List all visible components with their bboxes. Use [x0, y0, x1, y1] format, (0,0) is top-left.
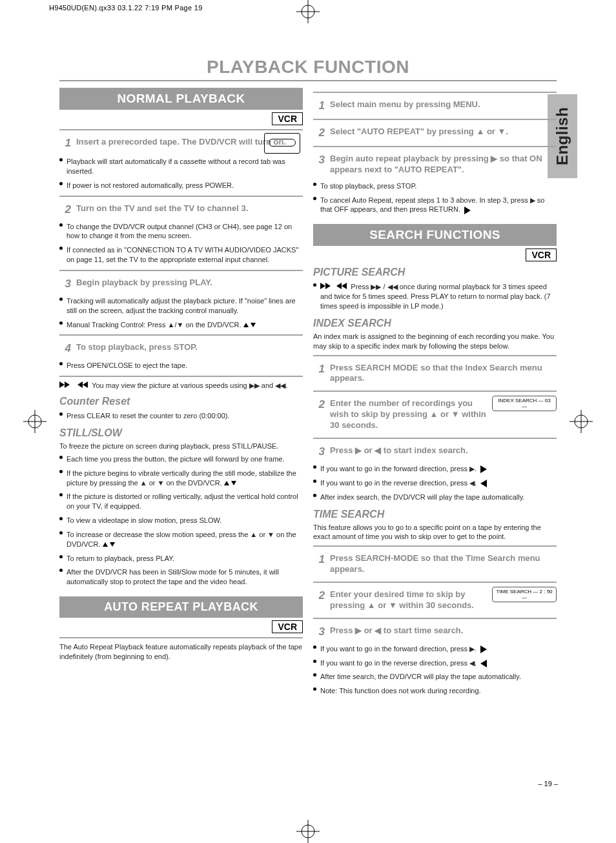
body-text: If you want to go in the reverse directi…	[320, 478, 487, 488]
vcr-badge: VCR	[526, 249, 557, 261]
body-text: To return to playback, press PLAY.	[67, 554, 174, 564]
subhead-time-search: TIME SEARCH	[313, 509, 557, 520]
subhead-counter-reset: Counter Reset	[59, 396, 303, 407]
bullet-icon	[59, 321, 63, 325]
body-text: An index mark is assigned to the beginni…	[313, 332, 557, 351]
registration-mark-right	[570, 410, 593, 433]
body-text: The Auto Repeat Playback feature automat…	[59, 642, 303, 662]
step-text: Select "AUTO REPEAT" by pressing ▲ or ▼.	[330, 127, 557, 137]
page-root: H9450UD(EN).qx33 03.1.22 7:19 PM Page 19…	[0, 0, 616, 843]
up-arrow-icon	[224, 481, 229, 485]
play-left-icon	[480, 660, 487, 667]
step-text: Press ▶ or ◀ to start time search.	[330, 625, 557, 636]
bullet-icon	[313, 183, 316, 186]
up-arrow-icon	[103, 542, 108, 547]
step-text: Begin playback by pressing PLAY.	[76, 278, 303, 289]
bullet-icon	[59, 555, 63, 558]
banner-normal-playback: NORMAL PLAYBACK	[59, 88, 303, 110]
registration-mark-top	[296, 0, 320, 23]
step-text: Enter the number of recordings you wish …	[330, 398, 487, 431]
body-text: You may view the picture at various spee…	[59, 381, 303, 391]
bullet-icon	[59, 569, 63, 572]
bullet-icon	[59, 517, 63, 520]
fast-forward-icon	[320, 282, 331, 292]
body-text: To stop playback, press STOP.	[320, 181, 416, 191]
body-text: If power is not restored automatically, …	[67, 181, 234, 190]
step-text: Press SEARCH-MODE so that the Time Searc…	[330, 553, 557, 575]
body-text: To freeze the picture on screen during p…	[59, 442, 303, 451]
step-number: 4	[59, 342, 71, 355]
bullet-icon	[313, 465, 316, 469]
step-text: Press SEARCH MODE so that the Index Sear…	[330, 363, 557, 385]
body-text: Playback will start automatically if a c…	[67, 157, 303, 176]
rewind-icon	[77, 381, 88, 391]
body-text: If you want to go in the reverse directi…	[320, 658, 487, 668]
content-area: PLAYBACK FUNCTION NORMAL PLAYBACK VCR 1 …	[59, 57, 557, 699]
down-arrow-icon	[251, 323, 256, 327]
body-text: After time search, the DVD/VCR will play…	[320, 672, 521, 682]
body-text: To change the DVD/VCR output channel (CH…	[67, 222, 303, 241]
body-text: If you want to go in the forward directi…	[320, 464, 487, 474]
bullet-icon	[313, 283, 316, 287]
body-text: To view a videotape in slow motion, pres…	[67, 516, 221, 525]
step-number: 1	[59, 137, 71, 150]
down-arrow-icon	[110, 542, 115, 547]
bullet-icon	[59, 531, 63, 534]
bullet-icon	[59, 470, 63, 473]
body-text: Each time you press the button, the pict…	[67, 454, 285, 464]
bullet-icon	[313, 197, 316, 200]
bullet-icon	[59, 362, 63, 365]
play-right-icon	[480, 465, 487, 473]
right-column: 1 Select main menu by pressing MENU. 2 S…	[313, 88, 557, 699]
banner-auto-repeat: AUTO REPEAT PLAYBACK	[59, 596, 303, 618]
subhead-picture-search: PICTURE SEARCH	[313, 267, 557, 278]
bullet-icon	[313, 645, 316, 649]
body-text: To cancel Auto Repeat, repeat steps 1 to…	[320, 196, 557, 215]
left-column: NORMAL PLAYBACK VCR 1 Insert a prerecord…	[59, 88, 303, 699]
bullet-icon	[59, 298, 63, 301]
play-right-icon	[480, 645, 487, 653]
step-number: 1	[313, 553, 325, 566]
step-text: Select main menu by pressing MENU.	[330, 99, 557, 110]
step-number: 3	[313, 625, 325, 638]
banner-search-functions: SEARCH FUNCTIONS	[313, 224, 557, 246]
body-text: Manual Tracking Control: Press ▲/▼ on th…	[67, 320, 256, 330]
page-number: – 19 –	[538, 780, 558, 787]
subhead-index-search: INDEX SEARCH	[313, 318, 557, 329]
registration-mark-bottom	[296, 820, 320, 843]
body-text: Press CLEAR to reset the counter to zero…	[67, 411, 230, 421]
step-number: 3	[313, 445, 325, 458]
body-text: If you want to go in the forward directi…	[320, 644, 487, 654]
title-rule	[59, 80, 557, 81]
step-text: Turn on the TV and set the TV to channel…	[76, 203, 303, 214]
up-arrow-icon	[243, 323, 249, 327]
step-text: Enter your desired time to skip by press…	[330, 589, 487, 611]
body-text: After the DVD/VCR has been in Still/Slow…	[67, 567, 303, 587]
step-number: 1	[313, 363, 325, 376]
step-text: To stop playback, press STOP.	[76, 342, 303, 353]
step-text: Begin auto repeat playback by pressing ▶…	[330, 154, 557, 176]
bullet-icon	[59, 182, 63, 185]
bullet-icon	[59, 456, 63, 459]
bullet-icon	[59, 412, 63, 416]
rewind-icon	[336, 282, 347, 292]
body-text: If connected as in "CONNECTION TO A TV W…	[67, 245, 303, 265]
cassette-icon	[264, 133, 300, 154]
vcr-badge: VCR	[272, 112, 303, 125]
step-number: 2	[313, 589, 325, 602]
bullet-icon	[313, 480, 316, 483]
step-number: 2	[313, 398, 325, 411]
bullet-icon	[313, 687, 316, 691]
subhead-still-slow: STILL/SLOW	[59, 427, 303, 439]
step-number: 2	[59, 203, 71, 216]
play-left-icon	[480, 480, 487, 487]
bullet-icon	[313, 494, 316, 497]
step-number: 2	[313, 127, 325, 139]
body-text: Press ▶▶ / ◀◀ once during normal playbac…	[320, 282, 557, 311]
body-text: If the picture is distorted or rolling v…	[67, 492, 303, 511]
down-arrow-icon	[231, 481, 236, 485]
registration-mark-left	[23, 410, 46, 433]
page-title: PLAYBACK FUNCTION	[59, 57, 557, 77]
bullet-icon	[59, 223, 63, 227]
step-text: Press ▶ or ◀ to start index search.	[330, 445, 557, 456]
